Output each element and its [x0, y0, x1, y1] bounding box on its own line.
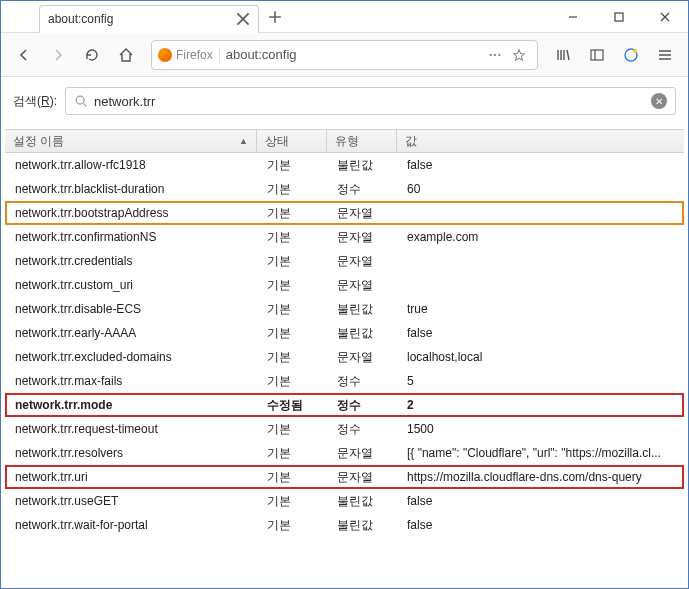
- cell-name: network.trr.useGET: [7, 494, 259, 508]
- table-row[interactable]: network.trr.uri기본문자열https://mozilla.clou…: [5, 465, 684, 489]
- cell-type: 정수: [329, 181, 399, 198]
- cell-status: 기본: [259, 517, 329, 534]
- firefox-logo-icon: [158, 48, 172, 62]
- identity-label: Firefox: [176, 48, 213, 62]
- table-row[interactable]: network.trr.excluded-domains기본문자열localho…: [5, 345, 684, 369]
- cell-value: true: [399, 302, 682, 316]
- cell-type: 문자열: [329, 469, 399, 486]
- cell-name: network.trr.request-timeout: [7, 422, 259, 436]
- back-button[interactable]: [9, 40, 39, 70]
- cell-type: 문자열: [329, 349, 399, 366]
- cell-name: network.trr.confirmationNS: [7, 230, 259, 244]
- cell-type: 불린값: [329, 325, 399, 342]
- cell-name: network.trr.wait-for-portal: [7, 518, 259, 532]
- cell-name: network.trr.allow-rfc1918: [7, 158, 259, 172]
- svg-point-6: [633, 49, 637, 53]
- clear-search-icon[interactable]: ✕: [651, 93, 667, 109]
- bookmark-star-icon[interactable]: [507, 43, 531, 67]
- minimize-button[interactable]: [550, 2, 596, 32]
- search-input[interactable]: network.trr ✕: [65, 87, 676, 115]
- cell-value: example.com: [399, 230, 682, 244]
- table-row[interactable]: network.trr.credentials기본문자열: [5, 249, 684, 273]
- svg-point-7: [76, 96, 84, 104]
- table-row[interactable]: network.trr.request-timeout기본정수1500: [5, 417, 684, 441]
- home-button[interactable]: [111, 40, 141, 70]
- col-header-type[interactable]: 유형: [327, 130, 397, 152]
- cell-type: 문자열: [329, 229, 399, 246]
- menu-button[interactable]: [650, 40, 680, 70]
- cell-type: 문자열: [329, 253, 399, 270]
- table-row[interactable]: network.trr.mode수정됨정수2: [5, 393, 684, 417]
- cell-status: 기본: [259, 253, 329, 270]
- maximize-button[interactable]: [596, 2, 642, 32]
- cell-value: 2: [399, 398, 682, 412]
- cell-type: 불린값: [329, 157, 399, 174]
- cell-status: 기본: [259, 277, 329, 294]
- table-body: network.trr.allow-rfc1918기본불린값falsenetwo…: [5, 153, 684, 537]
- cell-value: 1500: [399, 422, 682, 436]
- cell-value: 60: [399, 182, 682, 196]
- navigation-toolbar: Firefox about:config: [1, 33, 688, 77]
- cell-status: 기본: [259, 493, 329, 510]
- sidebar-icon[interactable]: [582, 40, 612, 70]
- page-action-dots-icon[interactable]: [483, 43, 507, 67]
- window-controls: [550, 2, 688, 32]
- forward-button[interactable]: [43, 40, 73, 70]
- svg-point-3: [498, 53, 500, 55]
- close-tab-icon[interactable]: [236, 12, 250, 26]
- search-icon: [74, 94, 88, 108]
- cell-status: 기본: [259, 205, 329, 222]
- table-row[interactable]: network.trr.useGET기본불린값false: [5, 489, 684, 513]
- cell-value: false: [399, 326, 682, 340]
- library-icon[interactable]: [548, 40, 578, 70]
- table-row[interactable]: network.trr.confirmationNS기본문자열example.c…: [5, 225, 684, 249]
- cell-value: false: [399, 494, 682, 508]
- col-header-status[interactable]: 상태: [257, 130, 327, 152]
- reload-button[interactable]: [77, 40, 107, 70]
- table-row[interactable]: network.trr.wait-for-portal기본불린값false: [5, 513, 684, 537]
- cell-type: 불린값: [329, 301, 399, 318]
- col-header-name[interactable]: 설정 이름▲: [5, 130, 257, 152]
- url-bar[interactable]: Firefox about:config: [151, 40, 538, 70]
- search-label: 검색(R):: [13, 93, 57, 110]
- cell-name: network.trr.excluded-domains: [7, 350, 259, 364]
- cell-type: 문자열: [329, 277, 399, 294]
- table-row[interactable]: network.trr.bootstrapAddress기본문자열: [5, 201, 684, 225]
- cell-status: 기본: [259, 421, 329, 438]
- cell-type: 불린값: [329, 517, 399, 534]
- svg-point-2: [494, 53, 496, 55]
- browser-tab[interactable]: about:config: [39, 5, 259, 33]
- identity-box[interactable]: Firefox: [158, 48, 220, 62]
- table-row[interactable]: network.trr.disable-ECS기본불린값true: [5, 297, 684, 321]
- cell-value: false: [399, 518, 682, 532]
- col-header-value[interactable]: 값: [397, 130, 684, 152]
- cell-status: 기본: [259, 469, 329, 486]
- search-value: network.trr: [94, 94, 651, 109]
- svg-point-1: [489, 53, 491, 55]
- cell-type: 정수: [329, 421, 399, 438]
- table-row[interactable]: network.trr.max-fails기본정수5: [5, 369, 684, 393]
- cell-type: 문자열: [329, 445, 399, 462]
- svg-rect-0: [615, 13, 623, 21]
- tab-title: about:config: [48, 12, 236, 26]
- cell-name: network.trr.early-AAAA: [7, 326, 259, 340]
- table-row[interactable]: network.trr.allow-rfc1918기본불린값false: [5, 153, 684, 177]
- close-window-button[interactable]: [642, 2, 688, 32]
- table-row[interactable]: network.trr.resolvers기본문자열[{ "name": "Cl…: [5, 441, 684, 465]
- titlebar: about:config: [1, 1, 688, 33]
- cell-status: 기본: [259, 373, 329, 390]
- svg-rect-4: [591, 50, 603, 60]
- cell-status: 수정됨: [259, 397, 329, 414]
- new-tab-button[interactable]: [261, 3, 289, 31]
- table-row[interactable]: network.trr.blacklist-duration기본정수60: [5, 177, 684, 201]
- profile-icon[interactable]: [616, 40, 646, 70]
- table-row[interactable]: network.trr.custom_uri기본문자열: [5, 273, 684, 297]
- cell-type: 정수: [329, 373, 399, 390]
- cell-name: network.trr.uri: [7, 470, 259, 484]
- cell-value: 5: [399, 374, 682, 388]
- cell-name: network.trr.custom_uri: [7, 278, 259, 292]
- table-row[interactable]: network.trr.early-AAAA기본불린값false: [5, 321, 684, 345]
- cell-value: false: [399, 158, 682, 172]
- cell-status: 기본: [259, 349, 329, 366]
- cell-name: network.trr.blacklist-duration: [7, 182, 259, 196]
